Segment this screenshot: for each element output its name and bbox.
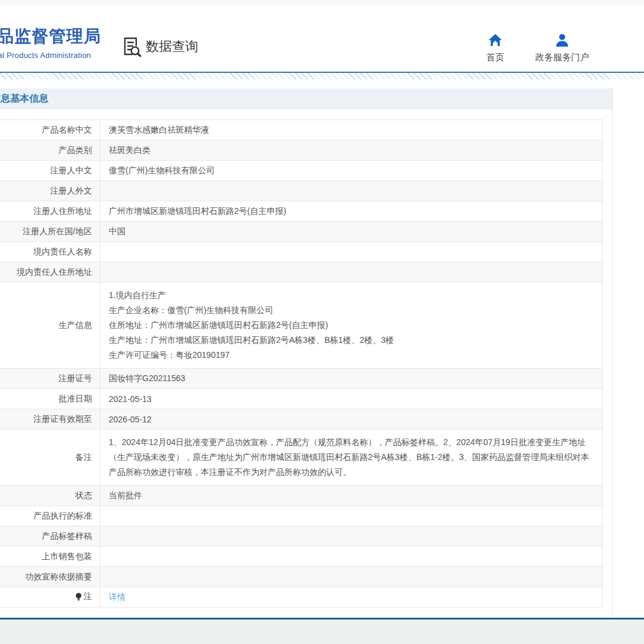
row-label: 注册人外文 (0, 181, 100, 201)
row-label: 境内责任人名称 (0, 242, 100, 262)
row-value (100, 567, 603, 587)
bulb-icon (75, 593, 82, 601)
document-search-icon (122, 36, 142, 57)
gap (0, 79, 644, 88)
section-title: 信息基本信息 (0, 93, 48, 105)
production-line: 生产地址：广州市增城区新塘镇瑶田村石新路2号A栋3楼、B栋1楼、2楼、3楼 (109, 333, 594, 348)
row-value: 澳芙雪水感嫩白祛斑精华液 (100, 120, 603, 140)
row-value: 祛斑美白类 (100, 140, 603, 161)
row-value (100, 181, 603, 201)
row-label: 境内责任人住所地址 (0, 262, 100, 283)
table-row: 产品名称中文 澳芙雪水感嫩白祛斑精华液 (0, 120, 603, 140)
row-label: 注册人住所地址 (0, 201, 100, 222)
row-label: 上市销售包装 (0, 547, 100, 567)
production-line: 1.境内自行生产 (109, 288, 594, 303)
row-value-production: 1.境内自行生产 生产企业名称：傲雪(广州)生物科技有限公司 住所地址：广州市增… (100, 283, 603, 369)
row-label: 状态 (0, 486, 100, 506)
nav-gov-portal-label: 政务服务门户 (535, 52, 589, 63)
nav-item-gov-portal[interactable]: 政务服务门户 (535, 33, 589, 63)
site-logo[interactable]: 国家药品监督管理局 National Medical Products Admi… (0, 25, 101, 60)
production-line: 生产许可证编号：粤妆20190197 (109, 348, 594, 363)
row-label: 产品执行的标准 (0, 506, 100, 526)
row-value (100, 526, 603, 547)
detail-link[interactable]: 详情 (109, 592, 125, 602)
row-label: 产品类别 (0, 140, 100, 161)
row-value: 中国 (100, 222, 603, 242)
user-icon (555, 33, 569, 47)
table-row: 上市销售包装 (0, 547, 603, 567)
row-value: 国妆特字G20211563 (100, 369, 603, 389)
table-row: 功效宣称依据摘要 (0, 567, 603, 587)
row-label: 功效宣称依据摘要 (0, 567, 100, 587)
row-value (100, 547, 603, 567)
header: 国家药品监督管理局 National Medical Products Admi… (0, 5, 644, 72)
row-value (100, 506, 603, 526)
row-label: 注册人中文 (0, 161, 100, 181)
row-label: 生产信息 (0, 283, 100, 369)
row-value-remark: 1、2024年12月04日批准变更产品功效宣称，产品配方（规范原料名称），产品标… (100, 430, 603, 486)
section-header-bar: 信息基本信息 (0, 88, 612, 109)
table-row: 状态 当前批件 (0, 486, 603, 506)
table-row-production-info: 生产信息 1.境内自行生产 生产企业名称：傲雪(广州)生物科技有限公司 住所地址… (0, 283, 603, 369)
page: 国家药品监督管理局 National Medical Products Admi… (0, 0, 644, 644)
row-label: 注册证号 (0, 369, 100, 389)
row-label: 注册证有效期至 (0, 409, 100, 430)
row-value: 2026-05-12 (100, 409, 603, 430)
table-row: 注册证号 国妆特字G20211563 (0, 369, 603, 389)
table-row: 境内责任人住所地址 (0, 262, 603, 283)
nav-item-home[interactable]: 首页 (486, 33, 504, 63)
row-value (100, 262, 603, 283)
header-nav: 首页 政务服务门户 (486, 33, 589, 63)
table-row-remark: 备注 1、2024年12月04日批准变更产品功效宣称，产品配方（规范原料名称），… (0, 430, 603, 486)
table-row: 注册人住所地址 广州市增城区新塘镇瑶田村石新路2号(自主申报) (0, 201, 603, 222)
table-row: 产品标签样稿 (0, 526, 603, 547)
footer (0, 620, 644, 644)
note-label-text: 注 (84, 591, 92, 602)
row-label: 备注 (0, 430, 100, 486)
table-row: 注册人中文 傲雪(广州)生物科技有限公司 (0, 161, 603, 181)
production-line: 生产企业名称：傲雪(广州)生物科技有限公司 (109, 303, 594, 318)
table-row: 注册人外文 (0, 181, 603, 201)
nav-home-label: 首页 (486, 52, 504, 63)
table-row: 注册证有效期至 2026-05-12 (0, 409, 603, 430)
info-card: 信息基本信息 产品名称中文 澳芙雪水感嫩白祛斑精华液 产品类别 祛斑美白类 注册… (0, 88, 613, 626)
row-value: 广州市增城区新塘镇瑶田村石新路2号(自主申报) (100, 201, 603, 222)
table-row: 注册人所在国/地区 中国 (0, 222, 603, 242)
home-icon (488, 33, 502, 47)
row-value: 当前批件 (100, 486, 603, 506)
data-query-header[interactable]: 数据查询 (122, 36, 198, 57)
row-value (100, 242, 603, 262)
top-strip (0, 0, 644, 5)
row-value-note: 详情 (100, 587, 603, 608)
info-table: 产品名称中文 澳芙雪水感嫩白祛斑精华液 产品类别 祛斑美白类 注册人中文 傲雪(… (0, 119, 603, 608)
table-row: 产品执行的标准 (0, 506, 603, 526)
row-label: 注 (0, 587, 100, 608)
logo-title-en: National Medical Products Administration (0, 51, 101, 60)
table-row-note: 注 详情 (0, 587, 603, 608)
table-row: 产品类别 祛斑美白类 (0, 140, 603, 161)
row-label: 批准日期 (0, 389, 100, 409)
row-label: 产品名称中文 (0, 120, 100, 140)
production-line: 住所地址：广州市增城区新塘镇瑶田村石新路2号(自主申报) (109, 318, 594, 333)
row-label: 注册人所在国/地区 (0, 222, 100, 242)
table-row: 批准日期 2021-05-13 (0, 389, 603, 409)
page-title: 数据查询 (146, 38, 198, 56)
hatch-band (0, 73, 644, 79)
row-label: 产品标签样稿 (0, 526, 100, 547)
row-value: 傲雪(广州)生物科技有限公司 (100, 161, 603, 181)
row-value: 2021-05-13 (100, 389, 603, 409)
table-row: 境内责任人名称 (0, 242, 603, 262)
logo-title-cn: 国家药品监督管理局 (0, 25, 101, 48)
